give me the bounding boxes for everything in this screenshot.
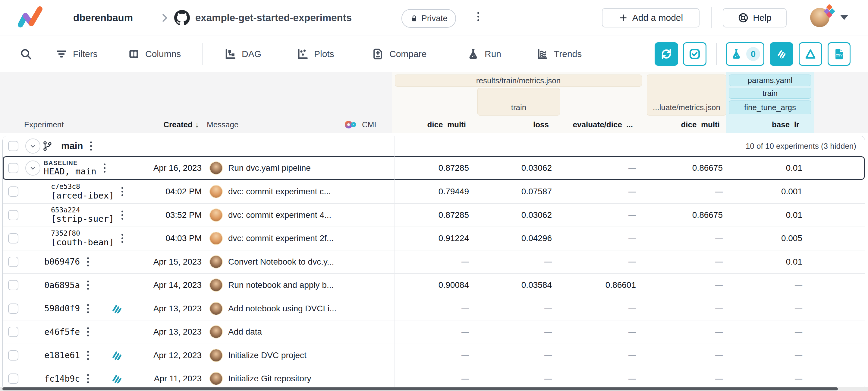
experiment-name[interactable]: [arced-ibex] xyxy=(51,191,114,200)
baseline-ref[interactable]: HEAD, main xyxy=(44,167,96,176)
commit-hash[interactable]: fc14b9c xyxy=(44,374,80,384)
table-row[interactable]: 7352f80 [couth-bean] 04:03 PM dvc: commi… xyxy=(3,227,865,250)
collapse-branch-button[interactable] xyxy=(25,138,40,153)
compare-label: Compare xyxy=(390,49,427,59)
branch-menu-button[interactable] xyxy=(90,141,92,150)
column-loss[interactable]: loss xyxy=(533,118,549,131)
row-menu-button[interactable] xyxy=(104,164,105,173)
commit-hash[interactable]: b069476 xyxy=(44,257,80,267)
row-checkbox[interactable] xyxy=(8,210,19,220)
metric-value: — xyxy=(461,374,473,383)
search-button[interactable] xyxy=(19,36,33,72)
row-menu-button[interactable] xyxy=(87,281,89,290)
show-hidden-commits-button[interactable] xyxy=(770,42,793,66)
column-dice-multi[interactable]: dice_multi xyxy=(427,118,466,131)
row-checkbox[interactable] xyxy=(8,187,19,197)
trends-button[interactable]: Trends xyxy=(536,36,582,72)
table-row-baseline[interactable]: BASELINE HEAD, main Apr 16, 2023 Run dvc… xyxy=(3,156,865,180)
row-checkbox[interactable] xyxy=(8,280,19,290)
commit-message[interactable]: Initialize Git repository xyxy=(228,374,311,384)
breadcrumb-chevron-icon xyxy=(159,12,170,24)
experiments-toolbar: Filters Columns DAG Plots xyxy=(0,36,868,72)
table-row[interactable]: b069476 Apr 15, 2023 Convert Notebook to… xyxy=(3,250,865,274)
column-evaluate-dice[interactable]: evaluate/dice_... xyxy=(573,118,633,131)
row-checkbox[interactable] xyxy=(8,373,19,384)
toolbar-divider xyxy=(202,43,203,65)
commit-message[interactable]: Add data xyxy=(228,327,262,337)
table-row[interactable]: fc14b9c Apr 11, 2023 Initialize Git repo… xyxy=(3,367,865,387)
commit-hash[interactable]: 598d0f9 xyxy=(44,304,80,313)
delta-toggle-button[interactable] xyxy=(799,42,822,66)
created-cell: Apr 12, 2023 xyxy=(141,344,202,367)
avatar xyxy=(210,232,222,244)
compare-button[interactable]: Compare xyxy=(371,36,427,72)
row-menu-button[interactable] xyxy=(121,234,123,243)
breadcrumb-repo[interactable]: example-get-started-experiments xyxy=(195,0,352,36)
created-cell: Apr 13, 2023 xyxy=(141,297,202,320)
metric-value: 0.79449 xyxy=(438,187,473,196)
table-row[interactable]: c7e53c8 [arced-ibex] 04:02 PM dvc: commi… xyxy=(3,180,865,203)
dvc-stripes-icon xyxy=(110,302,123,315)
svg-text:CSV: CSV xyxy=(835,53,843,57)
row-menu-button[interactable] xyxy=(121,211,123,220)
row-checkbox[interactable] xyxy=(8,233,19,244)
dag-button[interactable]: DAG xyxy=(224,36,261,72)
help-button[interactable]: Help xyxy=(723,8,786,27)
commit-message[interactable]: Initialize DVC project xyxy=(228,351,307,360)
commit-hash[interactable]: e46f5fe xyxy=(44,327,80,337)
scrollbar-thumb[interactable] xyxy=(2,387,838,390)
horizontal-scrollbar[interactable] xyxy=(0,387,868,391)
table-row[interactable]: e181e61 Apr 12, 2023 Initialize DVC proj… xyxy=(3,344,865,367)
plots-button[interactable]: Plots xyxy=(296,36,334,72)
commit-message[interactable]: Convert Notebook to dvc.y... xyxy=(228,257,334,267)
row-menu-button[interactable] xyxy=(121,187,123,196)
column-created[interactable]: Created ↓ xyxy=(163,118,199,131)
refresh-icon xyxy=(660,47,673,61)
add-model-button[interactable]: Add a model xyxy=(602,8,700,27)
row-checkbox[interactable] xyxy=(8,304,19,314)
table-row[interactable]: 653a224 [strip-suer] 03:52 PM dvc: commi… xyxy=(3,203,865,227)
commit-message[interactable]: Run dvc.yaml pipeline xyxy=(228,163,311,173)
commit-message[interactable]: dvc: commit experiment 4... xyxy=(228,210,331,220)
row-checkbox[interactable] xyxy=(8,350,19,361)
table-row[interactable]: 598d0f9 Apr 13, 2023 Add notebook using … xyxy=(3,297,865,320)
commit-message[interactable]: Add notebook using DVCLi... xyxy=(228,304,337,313)
column-dice-multi-2[interactable]: dice_multi xyxy=(681,118,720,131)
row-menu-button[interactable] xyxy=(87,374,89,383)
select-all-button[interactable] xyxy=(683,42,707,66)
run-button[interactable]: Run xyxy=(467,36,501,72)
row-checkbox[interactable] xyxy=(8,163,19,173)
branch-name[interactable]: main xyxy=(61,141,83,151)
row-menu-button[interactable] xyxy=(87,257,89,267)
repo-menu-button[interactable] xyxy=(477,12,479,21)
commit-message[interactable]: dvc: commit experiment c... xyxy=(228,187,331,196)
export-csv-button[interactable]: CSV xyxy=(828,42,850,66)
row-menu-button[interactable] xyxy=(87,304,89,313)
row-checkbox[interactable] xyxy=(8,327,19,337)
running-experiments-button[interactable]: 0 xyxy=(726,42,764,66)
collapse-commit-button[interactable] xyxy=(25,161,40,175)
experiment-name[interactable]: [couth-bean] xyxy=(51,238,114,247)
user-menu-caret-icon[interactable] xyxy=(840,15,848,20)
commit-hash[interactable]: e181e61 xyxy=(44,350,80,360)
row-menu-button[interactable] xyxy=(87,327,89,336)
commit-message[interactable]: dvc: commit experiment 2f... xyxy=(228,233,334,243)
group-train: train xyxy=(477,88,560,116)
columns-button[interactable]: Columns xyxy=(127,36,181,72)
commit-hash[interactable]: 0a6895a xyxy=(44,280,80,290)
column-base-lr[interactable]: base_lr xyxy=(772,118,799,131)
studio-logo-icon[interactable] xyxy=(17,5,48,31)
dag-icon xyxy=(224,47,237,61)
table-row[interactable]: 0a6895a Apr 14, 2023 Run notebook and ap… xyxy=(3,273,865,297)
breadcrumb-user[interactable]: dberenbaum xyxy=(73,0,133,36)
experiment-name[interactable]: [strip-suer] xyxy=(51,214,114,224)
branch-checkbox[interactable] xyxy=(8,141,19,151)
table-row[interactable]: e46f5fe Apr 13, 2023 Add data — — — — — xyxy=(3,320,865,344)
row-menu-button[interactable] xyxy=(87,351,89,360)
branch-row-main[interactable]: main 10 of 10 experiments (3 hidden) xyxy=(3,136,865,156)
commit-message[interactable]: Run notebook and apply b... xyxy=(228,280,334,290)
refresh-button[interactable] xyxy=(655,42,678,66)
cml-logo-icon xyxy=(344,120,358,129)
filters-button[interactable]: Filters xyxy=(55,36,98,72)
row-checkbox[interactable] xyxy=(8,257,19,267)
